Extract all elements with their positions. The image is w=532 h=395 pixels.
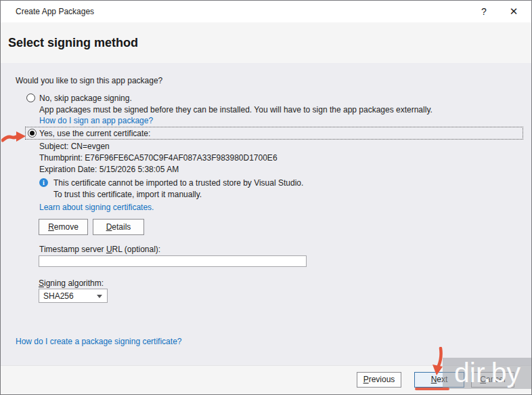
- help-icon[interactable]: ?: [470, 1, 497, 22]
- signing-algorithm-value: SHA256: [43, 291, 74, 301]
- header-band: Select signing method: [1, 22, 531, 63]
- certificate-thumbprint: Thumbprint: E76F96FE6CA570C9F4AF087A33F9…: [39, 153, 278, 163]
- annotation-underline: [415, 388, 449, 390]
- create-app-packages-dialog: Create App Packages ? ✕ Select signing m…: [0, 0, 532, 395]
- signing-algorithm-label: Signing algorithm:: [39, 278, 104, 288]
- remove-label-rest: emove: [54, 222, 79, 232]
- radio-selected-dot: [30, 131, 35, 136]
- window-title: Create App Packages: [16, 7, 94, 16]
- certificate-subject: Subject: CN=evgen: [39, 142, 110, 151]
- remove-access-key: R: [48, 222, 54, 232]
- radio-yes-label[interactable]: Yes, use the current certificate:: [39, 129, 150, 138]
- timestamp-url-label: Timestamp server URL (optional):: [39, 245, 160, 254]
- annotation-arrow-right-icon: [1, 127, 26, 145]
- radio-no-label[interactable]: No, skip package signing.: [39, 93, 132, 103]
- how-sign-package-link[interactable]: How do I sign an app package?: [39, 116, 153, 125]
- info-notice-line2: To trust this certificate, import it man…: [53, 190, 202, 199]
- timestamp-url-input[interactable]: [39, 255, 307, 267]
- watermark: dir.by: [443, 358, 532, 389]
- no-option-description: App packages must be signed before they …: [39, 105, 433, 115]
- details-button[interactable]: Details: [93, 219, 144, 235]
- chevron-down-icon: [97, 295, 102, 298]
- details-label-rest: etails: [112, 222, 131, 232]
- page-title: Select signing method: [8, 36, 138, 50]
- annotation-arrow-down-icon: [430, 347, 447, 377]
- radio-yes-current-certificate[interactable]: [28, 129, 37, 138]
- certificate-expiration: Expiration Date: 5/15/2026 5:38:05 AM: [39, 165, 179, 174]
- how-create-certificate-link[interactable]: How do I create a package signing certif…: [16, 337, 181, 346]
- info-notice-line1: This certificate cannot be imported to a…: [53, 178, 303, 188]
- learn-signing-certificates-link[interactable]: Learn about signing certificates.: [39, 203, 154, 212]
- signing-algorithm-select[interactable]: SHA256: [39, 289, 108, 303]
- sign-question-label: Would you like to sign this app package?: [16, 76, 162, 85]
- info-icon: i: [39, 178, 48, 187]
- close-icon[interactable]: ✕: [500, 1, 527, 22]
- title-bar: Create App Packages ? ✕: [1, 1, 531, 22]
- previous-button[interactable]: Previous: [357, 372, 401, 388]
- remove-button[interactable]: Remove: [39, 219, 88, 235]
- radio-no-skip-signing[interactable]: [26, 93, 35, 102]
